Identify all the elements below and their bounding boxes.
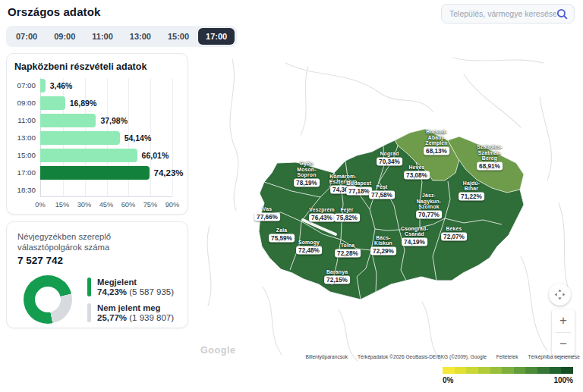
county-value-badge: 77,66% bbox=[254, 213, 280, 221]
scale-segment bbox=[561, 367, 573, 374]
county-name: Fejér bbox=[340, 207, 353, 213]
scale-segment bbox=[478, 367, 490, 374]
hungary-map[interactable]: Győr-Moson-Sopron78,19%Komárom-Esztergom… bbox=[194, 52, 583, 362]
county-value-badge: 70,34% bbox=[377, 158, 402, 166]
county-label-gyor-moson-sopron[interactable]: Győr-Moson-Sopron78,19% bbox=[294, 179, 320, 187]
bar-value-label: 74,23% bbox=[154, 166, 184, 180]
county-label-pest[interactable]: Pest77,58% bbox=[369, 191, 395, 199]
bar bbox=[40, 79, 46, 93]
search-icon[interactable] bbox=[556, 8, 568, 20]
county-label-budapest[interactable]: Budapest77,18% bbox=[346, 187, 372, 196]
county-label-bekes[interactable]: Békés72,07% bbox=[441, 233, 467, 241]
county-label-veszprem[interactable]: Veszprém76,43% bbox=[309, 214, 335, 222]
county-name: Békés bbox=[446, 226, 462, 232]
county-label-baranya[interactable]: Baranya72,15% bbox=[324, 276, 350, 284]
county-name: Szabolcs-Szatmár-Bereg bbox=[477, 144, 503, 162]
scale-segment bbox=[525, 367, 537, 374]
bar bbox=[40, 166, 150, 180]
county-name: Heves bbox=[408, 165, 424, 171]
legend-marker bbox=[87, 303, 91, 322]
electorate-total: 7 527 742 bbox=[17, 255, 177, 266]
scale-max-label: 100% bbox=[553, 376, 573, 384]
turnout-donut-chart bbox=[24, 275, 72, 324]
legend-marker bbox=[87, 278, 91, 296]
county-label-nograd[interactable]: Nógrád70,34% bbox=[377, 158, 402, 166]
x-axis: 0%15%30%45%60%75%90% bbox=[40, 201, 172, 212]
county-name: Győr-Moson-Sopron bbox=[297, 161, 316, 178]
x-tick-label: 45% bbox=[99, 201, 114, 209]
county-label-zala[interactable]: Zala75,59% bbox=[269, 234, 295, 243]
x-tick-label: 30% bbox=[77, 201, 92, 209]
x-tick-label: 90% bbox=[165, 201, 180, 209]
time-tab-1700[interactable]: 17:00 bbox=[198, 28, 235, 45]
county-name: Budapest bbox=[347, 180, 372, 187]
county-value-badge: 76,43% bbox=[309, 214, 335, 222]
bar-time-label: 18:30 bbox=[14, 186, 40, 194]
pan-recenter-button[interactable] bbox=[549, 284, 571, 306]
zoom-in-button[interactable]: + bbox=[552, 309, 575, 332]
county-name: Hajdú-Bihar bbox=[463, 180, 480, 191]
bar-value-label: 16,89% bbox=[70, 96, 97, 110]
bar-row: 17:0074,23% bbox=[14, 164, 180, 181]
bar-track: 66,01% bbox=[40, 149, 172, 162]
scale-segment bbox=[490, 367, 503, 374]
keyboard-shortcuts-link[interactable]: Billentyűparancsok bbox=[306, 354, 348, 359]
bar-time-label: 15:00 bbox=[14, 151, 40, 159]
county-label-borsod-abauj-zemplen[interactable]: Borsod-Abaúj-Zemplén68,13% bbox=[424, 147, 449, 155]
bar-time-label: 11:00 bbox=[14, 116, 40, 124]
time-tab-1500[interactable]: 15:00 bbox=[160, 28, 197, 45]
county-label-tolna[interactable]: Tolna72,28% bbox=[335, 249, 361, 258]
terms-link[interactable]: Feltételek bbox=[496, 354, 518, 359]
county-value-badge: 72,28% bbox=[335, 249, 361, 258]
county-value-badge: 74,19% bbox=[402, 238, 427, 246]
legend-value: 25,77% (1 939 807) bbox=[97, 313, 174, 322]
county-label-bacs-kiskun[interactable]: Bács-Kiskun72,29% bbox=[370, 247, 396, 256]
county-value-badge: 78,19% bbox=[294, 179, 320, 187]
time-tab-0700[interactable]: 07:00 bbox=[8, 28, 45, 45]
bar bbox=[40, 149, 137, 162]
county-name: Zala bbox=[276, 227, 287, 234]
county-name: Borsod-Abaúj-Zemplén bbox=[425, 129, 447, 146]
x-tick-label: 75% bbox=[143, 201, 158, 209]
bar-row: 18:30 bbox=[14, 181, 180, 199]
county-label-heves[interactable]: Heves73,08% bbox=[404, 171, 430, 180]
county-label-fejer[interactable]: Fejér75,82% bbox=[334, 214, 360, 222]
county-value-badge: 68,91% bbox=[477, 162, 503, 171]
county-label-hajdu-bihar[interactable]: Hajdú-Bihar71,22% bbox=[459, 193, 484, 201]
county-label-somogy[interactable]: Somogy72,48% bbox=[296, 246, 322, 255]
x-tick-label: 15% bbox=[55, 201, 70, 209]
time-tab-1300[interactable]: 13:00 bbox=[122, 28, 159, 45]
bar-row: 09:0016,89% bbox=[14, 94, 180, 111]
county-label-csongrad-csanad[interactable]: Csongrád-Csanád74,19% bbox=[402, 238, 427, 246]
legend-item: Megjelent74,23% (5 587 935) bbox=[87, 278, 174, 296]
time-tab-bar: 07:0009:0011:0013:0015:0017:00 bbox=[6, 26, 237, 47]
county-value-badge: 75,59% bbox=[269, 234, 295, 243]
bar-row: 11:0037,98% bbox=[14, 111, 180, 129]
legend-label: Nem jelent meg bbox=[97, 303, 174, 312]
zoom-out-button[interactable]: − bbox=[552, 333, 575, 356]
page: Országos adatok 07:0009:0011:0013:0015:0… bbox=[0, 0, 583, 392]
bar-track bbox=[40, 183, 172, 197]
time-tab-1100[interactable]: 11:00 bbox=[84, 28, 121, 45]
map-attribution: BillentyűparancsokTérképadatok ©2026 Geo… bbox=[306, 354, 580, 359]
county-value-badge: 68,13% bbox=[424, 147, 449, 155]
scale-segment bbox=[514, 367, 526, 374]
google-logo[interactable]: Google bbox=[200, 345, 236, 356]
scale-segment bbox=[550, 367, 562, 374]
county-label-jasz-nagykun-szolnok[interactable]: Jász-Nagykun-Szolnok70,77% bbox=[416, 211, 442, 219]
bar-track: 3,46% bbox=[40, 79, 172, 93]
participation-chart-card: Napközbeni részvételi adatok 07:003,46%0… bbox=[6, 53, 188, 215]
county-label-szabolcs-szatmar-bereg[interactable]: Szabolcs-Szatmár-Bereg68,91% bbox=[477, 162, 503, 171]
bar bbox=[40, 114, 96, 127]
county-label-vas[interactable]: Vas77,66% bbox=[254, 213, 280, 221]
bar-value-label: 54,14% bbox=[124, 131, 152, 145]
bar-row: 07:003,46% bbox=[14, 77, 180, 94]
search-input[interactable] bbox=[449, 9, 556, 18]
time-tab-0900[interactable]: 09:00 bbox=[46, 28, 83, 45]
search-box[interactable] bbox=[441, 4, 575, 24]
county-name: Vas bbox=[263, 206, 272, 212]
bar-time-label: 17:00 bbox=[14, 168, 40, 177]
legend-item: Nem jelent meg25,77% (1 939 807) bbox=[87, 303, 174, 322]
legend-label: Megjelent bbox=[97, 278, 174, 287]
bar-row: 13:0054,14% bbox=[14, 129, 180, 146]
